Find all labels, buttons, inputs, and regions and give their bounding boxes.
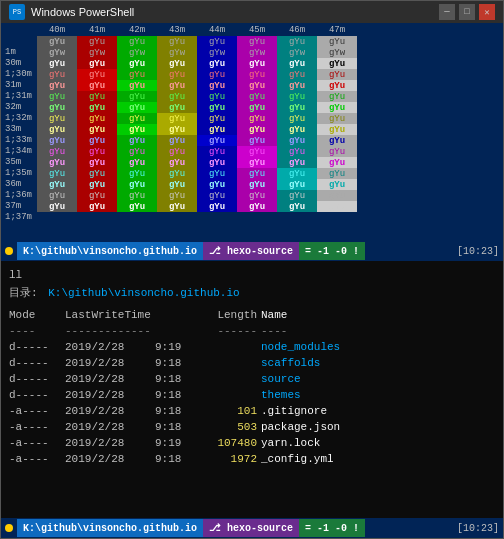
cell: gYu: [77, 36, 117, 47]
table-row: d----- 2019/2/28 9:19 node_modules: [9, 339, 495, 355]
col-42m: 42m gYu gYw gYu gYu gYu gYu gYu gYu gYu …: [117, 25, 157, 215]
cell: gYu: [157, 58, 197, 69]
ls-cell-name: .gitignore: [261, 403, 495, 419]
maximize-button[interactable]: □: [459, 4, 475, 20]
ls-cell-name: scaffolds: [261, 355, 495, 371]
cell: gYu: [37, 124, 77, 135]
app-icon-text: PS: [13, 8, 21, 16]
minimize-button[interactable]: ─: [439, 4, 455, 20]
window-controls[interactable]: ─ □ ✕: [439, 4, 495, 20]
cell: gYu: [117, 58, 157, 69]
table-row: d----- 2019/2/28 9:18 scaffolds: [9, 355, 495, 371]
cell: gYw: [277, 47, 317, 58]
cell: gYu: [37, 91, 77, 102]
prompt-path: K:\github\vinsoncho.github.io: [17, 242, 203, 260]
cell: gYu: [277, 58, 317, 69]
ls-cell-name: themes: [261, 387, 495, 403]
cell: gYu: [197, 69, 237, 80]
cell: gYu: [237, 80, 277, 91]
cell: gYu: [237, 69, 277, 80]
cell: gYu: [237, 124, 277, 135]
cell: gYu: [157, 113, 197, 124]
ls-cell-length: [191, 387, 261, 403]
prompt-status-2: = -1 -0 !: [299, 519, 365, 537]
cell: gYu: [37, 36, 77, 47]
cell: gYu: [317, 179, 357, 190]
ls-header-name: Name: [261, 307, 495, 323]
ls-cell-mode: -a----: [9, 403, 65, 419]
ls-cell-mode: d-----: [9, 371, 65, 387]
window-title: Windows PowerShell: [31, 6, 439, 18]
cell: gYu: [117, 168, 157, 179]
ls-cell-time: 9:19: [155, 339, 191, 355]
cell: gYu: [77, 102, 117, 113]
ls-cell-name: _config.yml: [261, 451, 495, 467]
col-header: 46m: [277, 25, 317, 36]
prompt-path-2: K:\github\vinsoncho.github.io: [17, 519, 203, 537]
dir-label: 目录:: [9, 287, 38, 299]
prompt-time-1: [10:23]: [457, 246, 499, 257]
col-46m: 46m gYu gYw gYu gYu gYu gYu gYu gYu gYu …: [277, 25, 317, 215]
ls-cell-length: [191, 339, 261, 355]
cell: gYu: [277, 102, 317, 113]
titlebar: PS Windows PowerShell ─ □ ✕: [1, 1, 503, 23]
cell: gYu: [317, 124, 357, 135]
terminal-top: 1m 30m 1;30m 31m 1;31m 32m 1;32m 33m 1;3…: [1, 23, 503, 241]
ls-separator-row: ---- ------------- ------ ----: [9, 323, 495, 339]
app-icon: PS: [9, 4, 25, 20]
cell: gYu: [37, 102, 77, 113]
cell: gYu: [157, 179, 197, 190]
cell: gYu: [277, 80, 317, 91]
row-label: 1;33m: [5, 135, 37, 146]
cell: gYu: [237, 36, 277, 47]
cell: gYu: [157, 201, 197, 212]
cell: gYu: [197, 58, 237, 69]
ls-cell-mode: d-----: [9, 355, 65, 371]
cell: gYu: [77, 168, 117, 179]
terminal-bottom: ll 目录: K:\github\vinsoncho.github.io Mod…: [1, 261, 503, 518]
cell: gYu: [237, 113, 277, 124]
table-row: -a---- 2019/2/28 9:18 1972 _config.yml: [9, 451, 495, 467]
col-header: 44m: [197, 25, 237, 36]
ls-cell-mode: d-----: [9, 339, 65, 355]
ls-cell-mode: d-----: [9, 387, 65, 403]
row-label: 1;30m: [5, 69, 37, 80]
ls-cell-date: 2019/2/28: [65, 435, 155, 451]
ls-cell-date: 2019/2/28: [65, 339, 155, 355]
ls-cell-time: 9:18: [155, 403, 191, 419]
cell: gYu: [117, 179, 157, 190]
cell: gYu: [197, 135, 237, 146]
ls-cell-name: yarn.lock: [261, 435, 495, 451]
ls-cell-mode: -a----: [9, 435, 65, 451]
cell: gYu: [317, 91, 357, 102]
cell: gYu: [317, 201, 357, 212]
ps-command-line: ll: [9, 267, 495, 283]
table-row: -a---- 2019/2/28 9:19 107480 yarn.lock: [9, 435, 495, 451]
cell: gYu: [157, 190, 197, 201]
prompt-dot: [5, 247, 13, 255]
ls-cell-date: 2019/2/28: [65, 387, 155, 403]
cell: gYu: [157, 168, 197, 179]
ls-cell-length: 1972: [191, 451, 261, 467]
sep-name: ----: [261, 323, 495, 339]
col-header: 40m: [37, 25, 77, 36]
cell: gYu: [157, 135, 197, 146]
prompt-status-2-text: = -1 -0 !: [305, 523, 359, 534]
col-41m: 41m gYu gYw gYu gYu gYu gYu gYu gYu gYu …: [77, 25, 117, 215]
cell: gYu: [197, 102, 237, 113]
row-label: 1;32m: [5, 113, 37, 124]
cell: gYu: [317, 146, 357, 157]
cell: gYu: [317, 190, 357, 201]
cell: gYu: [277, 135, 317, 146]
window: PS Windows PowerShell ─ □ ✕ 1m 30m 1;30m…: [0, 0, 504, 539]
col-43m: 43m gYu gYw gYu gYu gYu gYu gYu gYu gYu …: [157, 25, 197, 215]
ls-cell-length: 101: [191, 403, 261, 419]
cell: gYu: [237, 157, 277, 168]
cell: gYu: [317, 58, 357, 69]
col-44m: 44m gYu gYw gYu gYu gYu gYu gYu gYu gYu …: [197, 25, 237, 215]
close-button[interactable]: ✕: [479, 4, 495, 20]
ls-cell-name: node_modules: [261, 339, 495, 355]
cell: gYu: [237, 146, 277, 157]
cell: gYu: [277, 168, 317, 179]
cell: gYu: [157, 91, 197, 102]
